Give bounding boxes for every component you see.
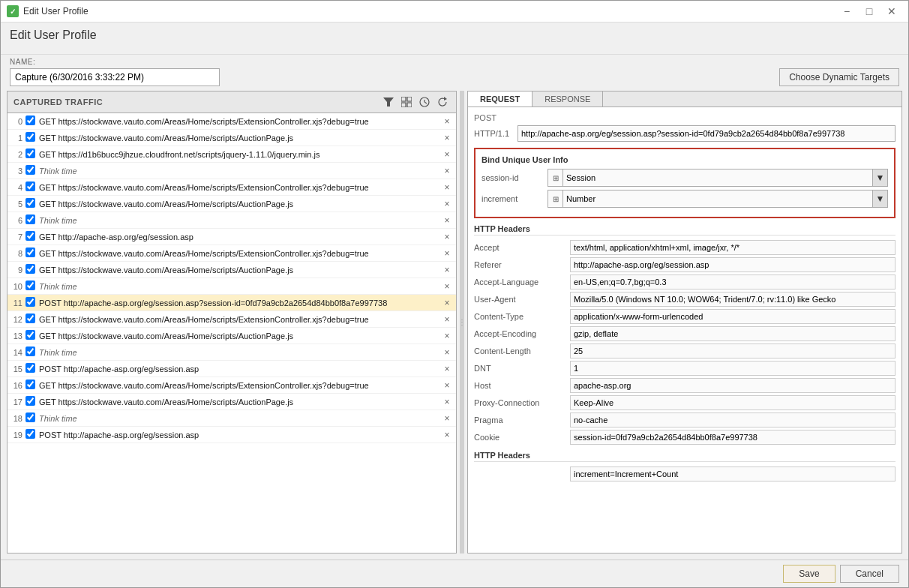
row-close-icon[interactable]: × (441, 182, 453, 193)
row-checkbox[interactable] (26, 231, 35, 241)
http-body-value[interactable] (570, 466, 896, 482)
maximize-button[interactable]: □ (859, 4, 880, 19)
row-checkbox[interactable] (26, 330, 35, 340)
traffic-row[interactable]: 2GET https://d1b6bucc9jhzue.cloudfront.n… (8, 146, 456, 163)
header-value[interactable] (570, 395, 896, 410)
row-close-icon[interactable]: × (441, 331, 453, 341)
row-checkbox[interactable] (26, 429, 35, 439)
traffic-row[interactable]: 8GET https://stockwave.vauto.com/Areas/H… (8, 245, 456, 262)
bind-section: Bind Unique User Info session-id ⊞ Sessi… (474, 148, 896, 218)
row-checkbox[interactable] (26, 412, 35, 422)
panel-splitter[interactable]: ⋮ (460, 91, 464, 554)
row-checkbox[interactable] (26, 363, 35, 373)
row-checkbox[interactable] (26, 380, 35, 389)
row-checkbox[interactable] (26, 165, 35, 175)
row-close-icon[interactable]: × (441, 347, 453, 358)
request-url-input[interactable] (518, 125, 896, 142)
row-checkbox[interactable] (26, 264, 35, 274)
traffic-row[interactable]: 1GET https://stockwave.vauto.com/Areas/H… (8, 130, 456, 146)
tab-response[interactable]: RESPONSE (532, 92, 603, 106)
row-checkbox[interactable] (26, 182, 35, 191)
header-value[interactable] (570, 430, 896, 445)
page-header: Edit User Profile (1, 22, 908, 55)
traffic-row[interactable]: 17GET https://stockwave.vauto.com/Areas/… (8, 394, 456, 410)
header-value[interactable] (570, 240, 896, 255)
row-url: Think time (39, 414, 441, 423)
app-icon: ✓ (7, 5, 19, 17)
header-value[interactable] (570, 326, 896, 341)
bind-select-session-id[interactable]: Session Number Custom (563, 172, 872, 184)
clock-icon[interactable] (417, 94, 432, 110)
traffic-row[interactable]: 15POST http://apache-asp.org/eg/session.… (8, 361, 456, 377)
row-close-icon[interactable]: × (441, 314, 453, 325)
row-checkbox[interactable] (26, 280, 35, 290)
choose-dynamic-targets-button[interactable]: Choose Dynamic Targets (779, 68, 899, 86)
row-close-icon[interactable]: × (441, 413, 453, 424)
traffic-row[interactable]: 13GET https://stockwave.vauto.com/Areas/… (8, 328, 456, 344)
traffic-row[interactable]: 10Think time× (8, 278, 456, 295)
row-close-icon[interactable]: × (441, 133, 453, 143)
row-number: 19 (10, 430, 26, 440)
bind-select-increment[interactable]: Session Number Custom (563, 193, 872, 205)
row-close-icon[interactable]: × (441, 281, 453, 292)
save-button[interactable]: Save (783, 565, 835, 583)
row-checkbox[interactable] (26, 346, 35, 356)
header-value[interactable] (570, 274, 896, 290)
traffic-row[interactable]: 4GET https://stockwave.vauto.com/Areas/H… (8, 179, 456, 196)
traffic-row[interactable]: 11POST http://apache-asp.org/eg/session.… (8, 295, 456, 311)
columns-icon[interactable] (399, 94, 414, 110)
traffic-row[interactable]: 19POST http://apache-asp.org/eg/session.… (8, 427, 456, 443)
row-close-icon[interactable]: × (441, 265, 453, 275)
traffic-row[interactable]: 16GET https://stockwave.vauto.com/Areas/… (8, 377, 456, 394)
traffic-row[interactable]: 7GET http://apache-asp.org/eg/session.as… (8, 229, 456, 245)
header-value[interactable] (570, 257, 896, 272)
minimize-button[interactable]: − (836, 4, 857, 19)
header-value[interactable] (570, 361, 896, 376)
request-method: POST (474, 113, 896, 122)
row-checkbox[interactable] (26, 314, 35, 323)
row-checkbox[interactable] (26, 116, 35, 125)
close-button[interactable]: ✕ (881, 4, 902, 19)
filter-icon[interactable] (381, 94, 396, 110)
row-checkbox[interactable] (26, 248, 35, 257)
row-close-icon[interactable]: × (441, 380, 453, 391)
header-value[interactable] (570, 344, 896, 358)
tab-request[interactable]: REQUEST (468, 92, 532, 106)
row-close-icon[interactable]: × (441, 397, 453, 407)
row-checkbox[interactable] (26, 198, 35, 208)
row-close-icon[interactable]: × (441, 149, 453, 160)
header-value[interactable] (570, 309, 896, 324)
row-close-icon[interactable]: × (441, 248, 453, 259)
row-close-icon[interactable]: × (441, 232, 453, 242)
refresh-icon[interactable] (435, 94, 450, 110)
traffic-row[interactable]: 0GET https://stockwave.vauto.com/Areas/H… (8, 113, 456, 130)
cancel-button[interactable]: Cancel (840, 565, 899, 583)
row-checkbox[interactable] (26, 297, 35, 307)
row-close-icon[interactable]: × (441, 430, 453, 440)
header-value[interactable] (570, 378, 896, 393)
header-label: Referer (474, 260, 564, 269)
traffic-row[interactable]: 9GET https://stockwave.vauto.com/Areas/H… (8, 262, 456, 278)
row-close-icon[interactable]: × (441, 116, 453, 127)
bind-dropdown-arrow-0[interactable]: ▼ (872, 170, 887, 186)
header-value[interactable] (570, 292, 896, 307)
row-checkbox[interactable] (26, 148, 35, 158)
row-close-icon[interactable]: × (441, 199, 453, 209)
row-checkbox[interactable] (26, 396, 35, 406)
row-close-icon[interactable]: × (441, 364, 453, 374)
traffic-row[interactable]: 6Think time× (8, 212, 456, 229)
row-checkbox[interactable] (26, 132, 35, 142)
row-close-icon[interactable]: × (441, 166, 453, 176)
traffic-row[interactable]: 12GET https://stockwave.vauto.com/Areas/… (8, 311, 456, 328)
traffic-row[interactable]: 3Think time× (8, 163, 456, 179)
traffic-row[interactable]: 18Think time× (8, 410, 456, 427)
row-checkbox[interactable] (26, 214, 35, 224)
name-input[interactable] (10, 68, 220, 86)
row-url: GET https://stockwave.vauto.com/Areas/Ho… (39, 315, 441, 324)
row-close-icon[interactable]: × (441, 298, 453, 308)
traffic-row[interactable]: 14Think time× (8, 344, 456, 361)
row-close-icon[interactable]: × (441, 215, 453, 226)
bind-dropdown-arrow-1[interactable]: ▼ (872, 190, 887, 207)
header-value[interactable] (570, 412, 896, 428)
traffic-row[interactable]: 5GET https://stockwave.vauto.com/Areas/H… (8, 196, 456, 212)
